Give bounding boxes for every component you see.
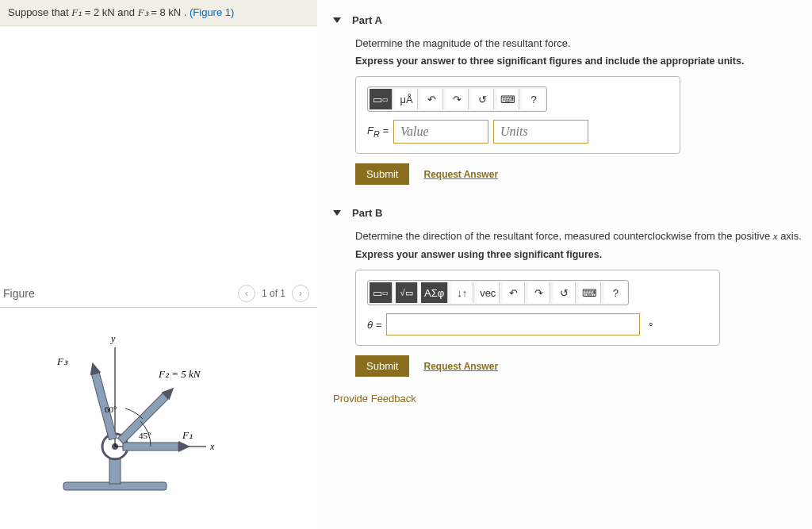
angle-60: 60° — [105, 404, 117, 414]
degree-unit: ∘ — [648, 319, 654, 330]
template-icon[interactable]: ▭▭ — [370, 282, 393, 303]
units-input[interactable] — [493, 120, 588, 144]
part-a-answer-box: ▭▭ μÅ ↶ ↷ ↺ ⌨ ? FR = — [355, 76, 680, 154]
force-f3 — [87, 361, 118, 440]
part-b: Part B Determine the direction of the re… — [333, 201, 804, 377]
theta-input[interactable] — [386, 313, 640, 335]
units-button[interactable]: μÅ — [396, 89, 418, 109]
figure-diagram: x y F₁ F₂ = 5 kN — [0, 308, 317, 516]
keyboard-icon[interactable]: ⌨ — [497, 89, 519, 109]
redo-icon[interactable]: ↷ — [446, 89, 469, 109]
part-a: Part A Determine the magnitude of the re… — [333, 8, 804, 185]
part-a-request-answer[interactable]: Request Answer — [423, 169, 498, 180]
part-b-toggle[interactable]: Part B — [333, 201, 804, 225]
pager-next-button[interactable]: › — [292, 285, 309, 302]
figure-link[interactable]: (Figure 1) — [190, 6, 234, 18]
theta-label: θ = — [367, 319, 381, 331]
redo-icon[interactable]: ↷ — [528, 282, 550, 303]
svg-text:F₁: F₁ — [182, 429, 193, 441]
help-icon[interactable]: ? — [604, 282, 626, 303]
undo-icon[interactable]: ↶ — [503, 282, 525, 303]
vec-button[interactable]: vec — [477, 282, 500, 303]
part-a-instruct: Express your answer to three significant… — [355, 56, 804, 67]
part-b-submit-button[interactable]: Submit — [355, 355, 409, 377]
part-b-instruct: Express your answer using three signific… — [355, 249, 804, 260]
pager-text: 1 of 1 — [262, 288, 285, 299]
template-icon[interactable]: ▭▭ — [370, 89, 393, 109]
reset-icon[interactable]: ↺ — [553, 282, 576, 303]
caret-down-icon — [333, 17, 341, 23]
figure-pager: ‹ 1 of 1 › — [238, 285, 309, 302]
svg-marker-7 — [178, 441, 190, 452]
fr-label: FR = — [367, 125, 389, 139]
part-b-answer-box: ▭▭ √▭ ΑΣφ ↓↑ vec ↶ ↷ ↺ ⌨ ? θ = ∘ — [355, 270, 720, 346]
part-a-prompt: Determine the magnitude of the resultant… — [355, 37, 804, 49]
angle-45: 45° — [139, 431, 151, 440]
sqrt-icon[interactable]: √▭ — [396, 282, 418, 303]
help-icon[interactable]: ? — [523, 89, 545, 109]
y-axis-label: y — [110, 333, 116, 344]
f2-label: F₂ = 5 kN — [158, 368, 201, 380]
x-axis-label: x — [209, 441, 215, 452]
part-b-title: Part B — [352, 207, 382, 219]
figure-title: Figure — [3, 287, 35, 300]
figure-header: Figure ‹ 1 of 1 › — [0, 280, 317, 308]
provide-feedback-link[interactable]: Provide Feedback — [333, 393, 804, 404]
reset-icon[interactable]: ↺ — [472, 89, 494, 109]
updown-icon[interactable]: ↓↑ — [451, 282, 473, 303]
caret-down-icon — [333, 210, 341, 216]
problem-statement: Suppose that F₁ = 2 kN and F₃ = 8 kN . (… — [0, 0, 317, 26]
part-b-request-answer[interactable]: Request Answer — [423, 361, 498, 372]
keyboard-icon[interactable]: ⌨ — [579, 282, 601, 303]
greek-button[interactable]: ΑΣφ — [421, 282, 448, 303]
part-b-toolbar: ▭▭ √▭ ΑΣφ ↓↑ vec ↶ ↷ ↺ ⌨ ? — [367, 280, 629, 305]
part-a-submit-button[interactable]: Submit — [355, 163, 409, 185]
part-a-toggle[interactable]: Part A — [333, 8, 804, 33]
part-a-toolbar: ▭▭ μÅ ↶ ↷ ↺ ⌨ ? — [367, 86, 547, 112]
svg-rect-1 — [109, 458, 121, 484]
value-input[interactable] — [393, 120, 488, 144]
undo-icon[interactable]: ↶ — [421, 89, 443, 109]
part-b-prompt: Determine the direction of the resultant… — [355, 230, 804, 243]
pager-prev-button[interactable]: ‹ — [238, 285, 255, 302]
part-a-title: Part A — [352, 14, 382, 26]
f3-label: F₃ — [56, 355, 68, 367]
